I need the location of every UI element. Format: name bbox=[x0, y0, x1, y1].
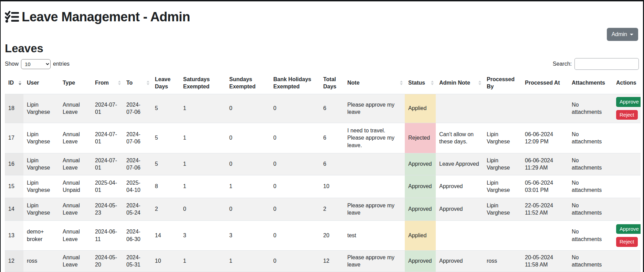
cell-note: Please approve my leave bbox=[344, 94, 405, 123]
cell-to: 2024-07-06 bbox=[123, 123, 151, 153]
cell-admin_note: Approved bbox=[436, 175, 483, 198]
page-length-select[interactable]: 10 bbox=[21, 59, 51, 69]
cell-actions bbox=[613, 198, 641, 220]
cell-from: 2024-07-01 bbox=[92, 153, 123, 175]
cell-note: I need to travel. Please approve my leav… bbox=[344, 123, 405, 153]
search-label: Search: bbox=[553, 61, 572, 67]
cell-processed_by: ross bbox=[483, 250, 521, 272]
show-entries-control: Show 10 entries bbox=[5, 59, 70, 69]
column-label: Admin Note bbox=[439, 80, 470, 86]
column-header-type: Type bbox=[59, 72, 92, 94]
cell-saturdays_exempted: 1 bbox=[180, 94, 226, 123]
cell-leave_days: 2 bbox=[151, 198, 180, 220]
sort-arrows-icon bbox=[431, 80, 434, 85]
actions-stack: ApproveReject bbox=[616, 97, 637, 120]
column-label: Total Days bbox=[323, 76, 336, 89]
cell-attachments: No attachments bbox=[568, 175, 613, 198]
cell-attachments: No attachments bbox=[568, 198, 613, 220]
cell-admin_note bbox=[436, 220, 483, 250]
cell-bank_holidays_exempted: 0 bbox=[270, 123, 320, 153]
reject-button[interactable]: Reject bbox=[616, 110, 638, 120]
cell-attachments: No attachments bbox=[568, 250, 613, 272]
cell-note: Please approve my leave bbox=[344, 198, 405, 220]
cell-total_days: 12 bbox=[320, 250, 344, 272]
reject-button[interactable]: Reject bbox=[616, 237, 638, 247]
cell-status: Approved bbox=[405, 153, 436, 175]
cell-to: 2024-07-06 bbox=[123, 94, 151, 123]
cell-to: 2024-05-24 bbox=[123, 198, 151, 220]
search-input[interactable] bbox=[574, 58, 639, 70]
column-header-id[interactable]: ID bbox=[5, 72, 23, 94]
cell-from: 2024-05-23 bbox=[92, 198, 123, 220]
cell-attachments: No attachments bbox=[568, 123, 613, 153]
cell-attachments: No attachments bbox=[568, 153, 613, 175]
cell-id: 17 bbox=[5, 123, 23, 153]
cell-processed_by: Lipin Varghese bbox=[483, 153, 521, 175]
cell-user: Lipin Varghese bbox=[23, 198, 59, 220]
column-label: Actions bbox=[616, 80, 636, 86]
cell-saturdays_exempted: 3 bbox=[180, 220, 226, 250]
table-row: 14Lipin VargheseAnnual Leave2024-05-2320… bbox=[5, 198, 641, 220]
cell-processed_at: 06-06-2024 11:29 AM bbox=[521, 153, 568, 175]
column-header-from[interactable]: From bbox=[92, 72, 123, 94]
column-header-admin_note[interactable]: Admin Note bbox=[436, 72, 483, 94]
approve-button[interactable]: Approve bbox=[616, 97, 641, 107]
cell-type: Annual Unpaid bbox=[59, 175, 92, 198]
cell-to: 2024-07-06 bbox=[123, 153, 151, 175]
cell-bank_holidays_exempted: 0 bbox=[270, 250, 320, 272]
cell-type: Annual Leave bbox=[59, 94, 92, 123]
cell-attachments: No attachments bbox=[568, 94, 613, 123]
cell-processed_by bbox=[483, 220, 521, 250]
cell-total_days: 10 bbox=[320, 175, 344, 198]
cell-admin_note bbox=[436, 94, 483, 123]
cell-user: ross bbox=[23, 250, 59, 272]
sort-arrows-icon bbox=[478, 80, 481, 85]
leaves-heading: Leaves bbox=[5, 42, 639, 55]
page: Leave Management - Admin Admin Leaves Sh… bbox=[1, 1, 643, 272]
cell-actions: ApproveReject bbox=[613, 220, 641, 250]
cell-from: 2024-05-20 bbox=[92, 250, 123, 272]
cell-id: 13 bbox=[5, 220, 23, 250]
cell-leave_days: 5 bbox=[151, 94, 180, 123]
cell-processed_by: Lipin Varghese bbox=[483, 123, 521, 153]
column-label: To bbox=[126, 80, 133, 86]
column-label: Attachments bbox=[572, 80, 605, 86]
column-header-note[interactable]: Note bbox=[344, 72, 405, 94]
table-row: 15Lipin VargheseAnnual Unpaid2025-04-012… bbox=[5, 175, 641, 198]
cell-total_days: 6 bbox=[320, 123, 344, 153]
sort-arrows-icon bbox=[147, 80, 149, 85]
cell-total_days: 2 bbox=[320, 198, 344, 220]
cell-user: Lipin Varghese bbox=[23, 153, 59, 175]
table-row: 13demo+ brokerAnnual Leave2024-06-112024… bbox=[5, 220, 641, 250]
cell-processed_by: Lipin Varghese bbox=[483, 175, 521, 198]
cell-attachments: No attachments bbox=[568, 220, 613, 250]
cell-type: Annual Leave bbox=[59, 250, 92, 272]
column-header-leave_days: Leave Days bbox=[151, 72, 180, 94]
show-label: Show bbox=[5, 61, 19, 67]
cell-leave_days: 8 bbox=[151, 175, 180, 198]
column-label: Processed At bbox=[525, 80, 560, 86]
cell-processed_by bbox=[483, 94, 521, 123]
column-label: Processed By bbox=[487, 76, 515, 89]
sort-arrows-icon bbox=[400, 80, 403, 85]
column-header-total_days: Total Days bbox=[320, 72, 344, 94]
approve-button[interactable]: Approve bbox=[616, 224, 641, 234]
admin-button[interactable]: Admin bbox=[607, 28, 638, 41]
titlebar: Leave Management - Admin bbox=[5, 9, 639, 25]
cell-sundays_exempted: 1 bbox=[226, 175, 270, 198]
cell-id: 15 bbox=[5, 175, 23, 198]
cell-processed_by: Lipin Varghese bbox=[483, 198, 521, 220]
cell-id: 18 bbox=[5, 94, 23, 123]
cell-status: Applied bbox=[405, 220, 436, 250]
column-label: Sundays Exempted bbox=[229, 76, 255, 89]
column-header-to[interactable]: To bbox=[123, 72, 151, 94]
column-label: Type bbox=[63, 80, 75, 86]
cell-to: 2025-04-10 bbox=[123, 175, 151, 198]
cell-status: Applied bbox=[405, 94, 436, 123]
column-header-status[interactable]: Status bbox=[405, 72, 436, 94]
sort-arrows-icon bbox=[118, 80, 121, 85]
column-label: Saturdays Exempted bbox=[183, 76, 210, 89]
cell-actions bbox=[613, 175, 641, 198]
cell-status: Rejected bbox=[405, 123, 436, 153]
search-control: Search: bbox=[553, 58, 639, 70]
